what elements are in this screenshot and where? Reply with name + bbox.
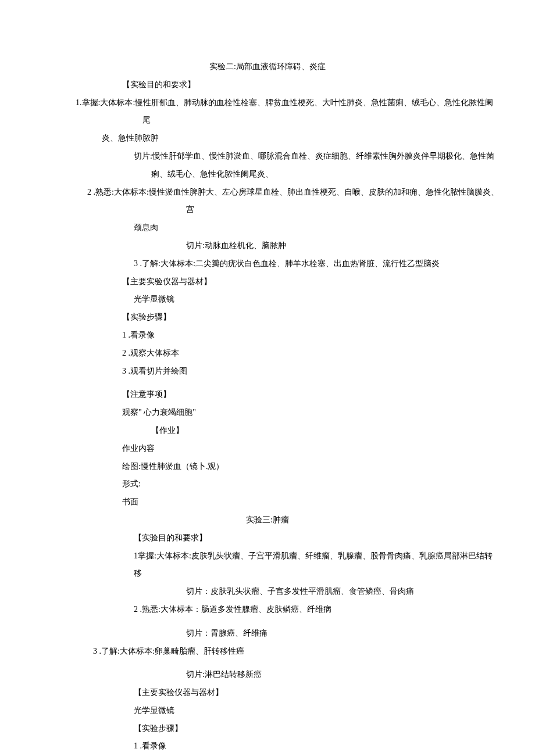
exp2-step-2: 2 .观察大体标本 (35, 345, 500, 363)
exp2-purpose-heading: 【实验目的和要求】 (35, 76, 500, 94)
exp3-step-1: 1 .看录像 (35, 737, 500, 755)
exp2-step-1: 1 .看录像 (35, 327, 500, 345)
exp3-title: 实验三:肿瘤 (35, 511, 500, 529)
exp3-purpose-3: 3 .了解:大体标本:卵巢畸胎瘤、肝转移性癌 (35, 643, 500, 661)
exp3-purpose-1b: 切片：皮肤乳头状瘤、子宫多发性平滑肌瘤、食管鳞癌、骨肉痛 (35, 583, 500, 601)
exp3-purpose-1: 1掌握:大体标本:皮肤乳头状瘤、子宫平滑肌瘤、纤维瘤、乳腺瘤、股骨骨肉痛、乳腺癌… (35, 547, 500, 583)
exp3-purpose-2: 2 .熟悉:大体标本：肠道多发性腺瘤、皮肤鳞癌、纤维病 (35, 601, 500, 619)
exp2-device: 光学显微镜 (35, 291, 500, 309)
exp3-purpose-2b: 切片：胃腺癌、纤维痛 (35, 625, 500, 643)
exp3-device: 光学显微镜 (35, 702, 500, 720)
exp2-purpose-2c: 切片:动脉血栓机化、脑脓肿 (35, 237, 500, 255)
exp2-purpose-3: 3 .了解:大体标本:二尖瓣的疣状白色血栓、肺羊水栓塞、出血热肾脏、流行性乙型脑… (35, 255, 500, 273)
exp2-note: 观察" 心力衰竭细胞" (35, 404, 500, 422)
exp3-device-heading: 【主要实验仪器与器材】 (35, 684, 500, 702)
exp3-steps-heading: 【实验步骤】 (35, 720, 500, 738)
exp3-purpose-3b: 切片:淋巴结转移新癌 (35, 666, 500, 684)
exp2-device-heading: 【主要实验仪器与器材】 (35, 273, 500, 291)
exp2-step-3: 3 .观看切片并绘图 (35, 363, 500, 381)
exp2-hw-3: 形式: (35, 475, 500, 493)
exp2-purpose-1: 1.掌握:大体标本:慢性肝郁血、肺动脉的血栓性栓塞、脾贫血性梗死、大叶性肺炎、急… (55, 94, 500, 130)
exp2-hw-heading: 【作业】 (35, 422, 500, 440)
exp2-purpose-2: 2 .熟悉:大体标本:慢性淤血性脾肿大、左心房球星血栓、肺出血性梗死、自喉、皮肤… (70, 184, 500, 220)
exp2-title: 实验二:局部血液循环障碍、炎症 (35, 58, 500, 76)
exp2-hw-1: 作业内容 (35, 440, 500, 458)
exp2-note-heading: 【注意事项】 (35, 386, 500, 404)
exp2-purpose-1b: 炎、急性肺脓肿 (35, 130, 500, 148)
exp2-purpose-1d: 痢、绒毛心、急性化脓性阑尾炎、 (35, 166, 500, 184)
exp2-hw-4: 书面 (35, 493, 500, 511)
exp3-purpose-heading: 【实验目的和要求】 (35, 529, 500, 547)
exp2-hw-2: 绘图:慢性肺淤血（镜卜.观） (35, 458, 500, 476)
exp2-purpose-2b: 颈息肉 (35, 219, 500, 237)
exp2-steps-heading: 【实验步骤】 (35, 309, 500, 327)
exp2-purpose-1c: 切片:慢性肝郁学血、慢性肺淤血、哪脉混合血栓、炎症细胞、纤维素性胸外膜炎伴早期极… (35, 148, 500, 166)
